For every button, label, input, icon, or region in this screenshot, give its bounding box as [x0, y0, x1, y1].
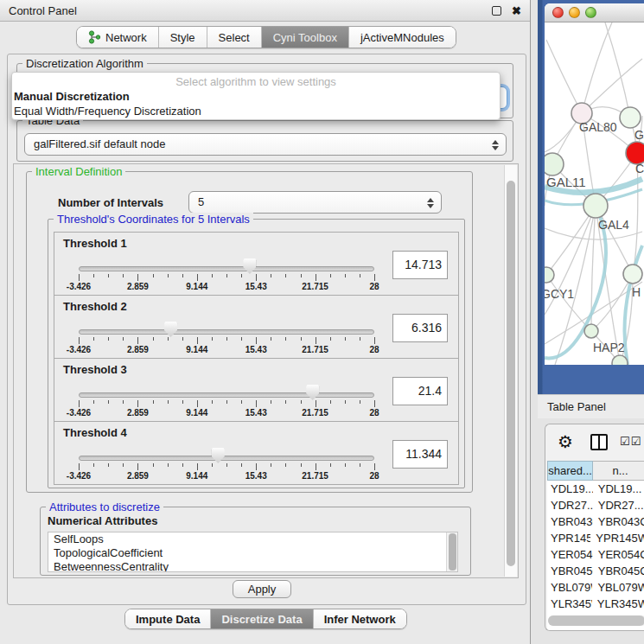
ruler-tick: [345, 400, 346, 404]
attributes-group-title: Attributes to discretize: [46, 501, 163, 513]
threshold-value-field[interactable]: 6.316: [392, 314, 448, 342]
network-node[interactable]: [545, 153, 564, 175]
table-row[interactable]: YBR045CYBR045C: [547, 563, 644, 579]
num-intervals-value: 5: [198, 195, 204, 208]
close-icon[interactable]: ✖: [512, 4, 521, 17]
cell-shared-name[interactable]: YBR043C: [547, 513, 593, 530]
scrollbar-thumb[interactable]: [548, 615, 644, 626]
dropdown-option[interactable]: Manual Discretization: [12, 89, 500, 104]
close-traffic-light-icon[interactable]: [552, 7, 564, 18]
checkbox-icons[interactable]: ☑☑: [620, 435, 641, 448]
slider-track[interactable]: [79, 266, 374, 271]
slider-thumb[interactable]: [212, 448, 225, 463]
slider-track[interactable]: [79, 456, 374, 461]
attribute-list-item[interactable]: BetweennessCentrality: [48, 560, 457, 572]
network-edge[interactable]: [605, 22, 630, 118]
tab-jactivemnodules[interactable]: jActiveMNodules: [348, 27, 456, 48]
table-data-combobox[interactable]: galFiltered.sif default node: [24, 133, 507, 156]
ruler-tick: [345, 337, 346, 341]
network-edge[interactable]: [546, 40, 582, 113]
network-canvas[interactable]: GAL80GACGAL11GAL4GCY1HHAP2: [545, 22, 644, 365]
slider-track[interactable]: [79, 329, 374, 335]
network-node[interactable]: [583, 194, 608, 218]
apply-button[interactable]: Apply: [233, 580, 291, 598]
threshold-value-field[interactable]: 14.713: [392, 251, 448, 279]
cyni-toolbox-panel: Discretization Algorithm Select algorith…: [7, 54, 526, 605]
cell-name[interactable]: YDL19...: [593, 481, 644, 497]
cell-shared-name[interactable]: YLR345W: [547, 596, 592, 612]
ruler-tick-label: 28: [369, 408, 379, 418]
threshold-slider[interactable]: -3.4262.8599.14415.4321.71528: [79, 296, 374, 360]
tab-select[interactable]: Select: [207, 27, 261, 48]
column-header-name[interactable]: n...: [593, 461, 644, 481]
cell-shared-name[interactable]: YDR27...: [547, 497, 593, 513]
attribute-list-item[interactable]: SelfLoops: [48, 532, 457, 546]
cell-shared-name[interactable]: YPR145W: [547, 530, 590, 546]
column-header-shared-name[interactable]: shared...: [547, 461, 593, 481]
scrollbar-thumb[interactable]: [449, 533, 456, 571]
threshold-slider[interactable]: -3.4262.8599.14415.4321.71528: [79, 359, 374, 423]
attributes-listbox[interactable]: SelfLoopsTopologicalCoefficientBetweenne…: [48, 532, 458, 572]
cell-name[interactable]: YBR043C: [593, 513, 644, 530]
tab-cyni-toolbox[interactable]: Cyni Toolbox: [261, 27, 348, 48]
cell-name[interactable]: YLR345W: [592, 596, 644, 612]
tab-discretize-data[interactable]: Discretize Data: [210, 609, 312, 628]
num-intervals-combobox[interactable]: 5: [188, 191, 442, 214]
table-horizontal-scrollbar[interactable]: [548, 615, 644, 626]
scrollbar-thumb[interactable]: [507, 181, 515, 566]
attributes-list-scrollbar[interactable]: [446, 532, 457, 571]
table-row[interactable]: YDR27...YDR27...: [547, 497, 644, 513]
tab-impute-data[interactable]: Impute Data: [125, 609, 210, 628]
threshold-slider[interactable]: -3.4262.8599.14415.4321.71528: [79, 422, 374, 486]
zoom-traffic-light-icon[interactable]: [585, 7, 596, 18]
table-row[interactable]: YER054CYER054C: [547, 546, 644, 563]
table-row[interactable]: YBL079WYBL079W: [547, 579, 644, 596]
minimize-traffic-light-icon[interactable]: [569, 7, 580, 18]
settings-vertical-scrollbar[interactable]: [504, 165, 517, 577]
table-row[interactable]: YBR043CYBR043C: [547, 513, 644, 530]
slider-ruler: [79, 400, 374, 408]
table-row[interactable]: YLR345WYLR345W: [547, 596, 644, 612]
ruler-tick: [271, 400, 271, 404]
ruler-tick: [316, 337, 316, 344]
attribute-list-item[interactable]: TopologicalCoefficient: [48, 546, 457, 560]
dropdown-option[interactable]: Equal Width/Frequency Discretization: [12, 104, 500, 118]
cell-shared-name[interactable]: YBR045C: [547, 563, 593, 579]
slider-thumb[interactable]: [164, 322, 177, 337]
threshold-value-field[interactable]: 11.344: [392, 440, 448, 469]
cell-shared-name[interactable]: YBL079W: [547, 579, 592, 596]
slider-ruler: [79, 274, 374, 282]
columns-icon[interactable]: [590, 434, 608, 450]
network-node[interactable]: [623, 265, 642, 284]
slider-thumb[interactable]: [306, 385, 319, 400]
tab-style[interactable]: Style: [158, 27, 207, 48]
tab-infer-network[interactable]: Infer Network: [313, 609, 406, 628]
cell-name[interactable]: YBR045C: [593, 563, 644, 579]
cell-shared-name[interactable]: YDL19...: [547, 481, 593, 497]
tab-network[interactable]: Network: [77, 27, 158, 48]
cell-name[interactable]: YBL079W: [592, 579, 644, 596]
ruler-tick: [197, 337, 198, 344]
network-node[interactable]: [545, 267, 554, 283]
screen: { "window": { "title": "Control Panel", …: [0, 0, 644, 644]
threshold-value-field[interactable]: 21.4: [392, 377, 448, 405]
ruler-tick: [360, 400, 360, 404]
network-edge[interactable]: [546, 275, 591, 331]
threshold-slider[interactable]: -3.4262.8599.14415.4321.71528: [79, 233, 374, 296]
cell-name[interactable]: YDR27...: [593, 497, 644, 513]
cell-name[interactable]: YER054C: [593, 546, 644, 563]
table-row[interactable]: YDL19...YDL19...: [547, 481, 644, 497]
cell-shared-name[interactable]: YER054C: [547, 546, 593, 563]
float-window-icon[interactable]: [492, 6, 501, 16]
ruler-tick: [374, 463, 375, 470]
network-edge[interactable]: [582, 59, 642, 113]
table-row[interactable]: YPR145WYPR145W: [547, 530, 644, 546]
network-node[interactable]: [612, 355, 628, 365]
cell-name[interactable]: YPR145W: [590, 530, 644, 546]
slider-tick-labels: -3.4262.8599.14415.4321.71528: [79, 408, 374, 418]
gear-icon[interactable]: ⚙: [558, 431, 573, 452]
network-node[interactable]: [620, 107, 641, 128]
network-node[interactable]: [584, 324, 598, 338]
slider-track[interactable]: [79, 392, 374, 398]
slider-thumb[interactable]: [243, 258, 256, 274]
